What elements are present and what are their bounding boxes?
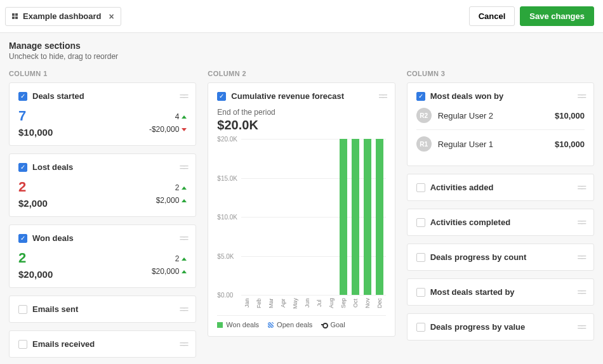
card-title: Cumulative revenue forecast bbox=[231, 91, 373, 101]
card-most-deals-started[interactable]: Most deals started by== bbox=[407, 278, 594, 306]
card-title: Deals progress by value bbox=[430, 322, 573, 332]
x-tick: Aug bbox=[326, 296, 338, 310]
drag-handle-icon[interactable]: == bbox=[577, 322, 585, 332]
trend-up-icon bbox=[182, 115, 187, 119]
manage-subtitle: Uncheck to hide, drag to reorder bbox=[9, 52, 594, 61]
drag-handle-icon[interactable]: == bbox=[180, 304, 187, 315]
checkbox-emails-received[interactable] bbox=[18, 340, 27, 349]
checkbox-deals-progress-count[interactable] bbox=[416, 253, 425, 262]
card-title: Lost deals bbox=[32, 162, 175, 172]
drag-handle-icon[interactable]: == bbox=[180, 162, 187, 172]
x-tick: Jun bbox=[302, 296, 314, 310]
x-tick: Apr bbox=[277, 296, 289, 310]
drag-handle-icon[interactable]: == bbox=[577, 182, 585, 193]
drag-handle-icon[interactable]: == bbox=[577, 252, 585, 263]
user-value: $10,000 bbox=[555, 140, 585, 149]
delta-count: 2 bbox=[175, 183, 180, 192]
column-2: COLUMN 2 Cumulative revenue forecast == … bbox=[208, 70, 395, 364]
chart-subtitle: End of the period bbox=[217, 108, 385, 117]
card-most-deals-won[interactable]: Most deals won by == R2 Regular User 2 $… bbox=[407, 82, 594, 166]
legend-label: Open deals bbox=[277, 321, 312, 328]
checkbox-activities-completed[interactable] bbox=[416, 218, 425, 227]
topbar: Example dashboard × Cancel Save changes bbox=[0, 0, 603, 33]
trend-down-icon bbox=[182, 128, 187, 131]
trend-up-icon bbox=[182, 270, 187, 273]
checkbox-deals-progress-value[interactable] bbox=[416, 323, 425, 332]
card-lost-deals[interactable]: Lost deals == 2 $2,000 2 $2,000 bbox=[9, 153, 196, 217]
trend-up-icon bbox=[182, 199, 187, 202]
x-tick: Feb bbox=[253, 296, 265, 310]
legend-swatch-won bbox=[217, 322, 223, 328]
card-title: Deals progress by count bbox=[430, 252, 573, 262]
checkbox-lost-deals[interactable] bbox=[18, 163, 27, 172]
card-title: Activities added bbox=[430, 183, 573, 192]
column-label: COLUMN 1 bbox=[9, 70, 196, 77]
tab-title: Example dashboard bbox=[23, 11, 102, 21]
card-title: Activities completed bbox=[430, 218, 573, 227]
drag-handle-icon[interactable]: == bbox=[180, 91, 187, 101]
manage-title: Manage sections bbox=[9, 41, 594, 51]
drag-handle-icon[interactable]: == bbox=[180, 233, 187, 244]
chart-value: $20.0K bbox=[217, 118, 385, 133]
card-deals-progress-count[interactable]: Deals progress by count== bbox=[407, 244, 594, 271]
drag-handle-icon[interactable]: == bbox=[180, 339, 187, 349]
x-tick: Jul bbox=[314, 296, 326, 310]
metric-secondary: $2,000 bbox=[18, 198, 48, 209]
card-title: Won deals bbox=[32, 233, 175, 243]
legend-swatch-open bbox=[268, 322, 274, 328]
card-emails-sent[interactable]: Emails sent == bbox=[9, 296, 196, 323]
y-tick: $20.0K bbox=[217, 136, 237, 143]
card-title: Most deals started by bbox=[430, 287, 573, 297]
drag-handle-icon[interactable]: == bbox=[577, 287, 585, 297]
bar bbox=[376, 139, 383, 295]
trend-up-icon bbox=[182, 257, 187, 261]
metric-secondary: $10,000 bbox=[18, 127, 53, 138]
section-header: Manage sections Uncheck to hide, drag to… bbox=[9, 41, 594, 61]
user-name: Regular User 2 bbox=[438, 111, 548, 120]
column-label: COLUMN 3 bbox=[407, 70, 594, 77]
card-activities-added[interactable]: Activities added== bbox=[407, 174, 594, 201]
checkbox-won-deals[interactable] bbox=[18, 234, 27, 243]
x-tick: May bbox=[289, 296, 302, 310]
delta-count: 4 bbox=[175, 112, 180, 121]
checkbox-revenue-forecast[interactable] bbox=[217, 92, 226, 101]
checkbox-activities-added[interactable] bbox=[416, 183, 425, 192]
dashboard-tab[interactable]: Example dashboard × bbox=[5, 7, 121, 26]
checkbox-emails-sent[interactable] bbox=[18, 305, 27, 314]
column-1: COLUMN 1 Deals started == 7 $10,000 4 -$… bbox=[9, 70, 196, 364]
bar bbox=[340, 139, 347, 295]
checkbox-most-deals-started[interactable] bbox=[416, 288, 425, 297]
x-tick: Oct bbox=[350, 296, 362, 310]
top-actions: Cancel Save changes bbox=[469, 6, 594, 26]
user-name: Regular User 1 bbox=[438, 140, 548, 149]
card-deals-started[interactable]: Deals started == 7 $10,000 4 -$20,000 bbox=[9, 82, 196, 146]
card-title: Emails sent bbox=[32, 304, 175, 314]
checkbox-deals-started[interactable] bbox=[18, 92, 27, 101]
card-title: Deals started bbox=[32, 91, 175, 101]
avatar: R1 bbox=[416, 136, 432, 152]
x-tick: Nov bbox=[362, 296, 374, 310]
revenue-chart: $0.00$5.0K$10.0K$15.0K$20.0KJanFebMarApr… bbox=[217, 139, 385, 310]
drag-handle-icon[interactable]: == bbox=[577, 91, 585, 101]
card-deals-progress-value[interactable]: Deals progress by value== bbox=[407, 313, 594, 341]
delta-value: $20,000 bbox=[152, 267, 179, 276]
drag-handle-icon[interactable]: == bbox=[378, 91, 386, 101]
checkbox-most-deals-won[interactable] bbox=[416, 92, 425, 101]
list-item: R2 Regular User 2 $10,000 bbox=[416, 101, 585, 129]
dashboard-icon bbox=[12, 13, 18, 19]
legend-label: Goal bbox=[330, 321, 345, 328]
drag-handle-icon[interactable]: == bbox=[577, 217, 585, 228]
delta-count: 2 bbox=[175, 254, 180, 263]
x-tick: Mar bbox=[265, 296, 277, 310]
card-revenue-forecast[interactable]: Cumulative revenue forecast == End of th… bbox=[208, 82, 395, 337]
cancel-button[interactable]: Cancel bbox=[469, 6, 515, 26]
card-won-deals[interactable]: Won deals == 2 $20,000 2 $20,000 bbox=[9, 224, 196, 288]
delta-value: -$20,000 bbox=[149, 125, 179, 134]
y-tick: $0.00 bbox=[217, 292, 233, 299]
card-activities-completed[interactable]: Activities completed== bbox=[407, 209, 594, 236]
save-button[interactable]: Save changes bbox=[520, 6, 594, 26]
card-emails-received[interactable]: Emails received == bbox=[9, 330, 196, 358]
metric-primary: 2 bbox=[18, 250, 53, 266]
legend-swatch-goal bbox=[321, 322, 327, 328]
close-icon[interactable]: × bbox=[109, 11, 114, 22]
